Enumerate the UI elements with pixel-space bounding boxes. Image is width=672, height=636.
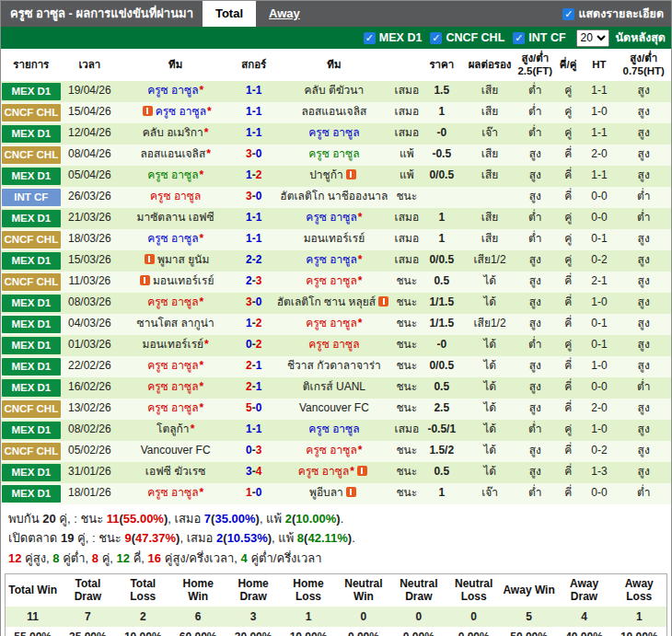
summary-line-1: พบกัน 20 คู่, : ชนะ 11(55.00%), เสมอ 7(3… — [8, 509, 664, 528]
match-row: MEX D1 12/04/26 คลับ อเมริกา* 1-1 ครูซ อ… — [1, 123, 671, 145]
match-date: 15/03/26 — [62, 250, 119, 272]
odd-even: คู่ — [554, 420, 583, 441]
home-star-icon: * — [358, 317, 363, 330]
league-filter-mex-d1[interactable]: ✓MEX D1 — [364, 31, 423, 44]
ht-score: 2-1 — [583, 272, 617, 293]
handicap-result — [463, 187, 516, 208]
handicap-price: 0.5 — [420, 462, 463, 483]
over-under-ft: ต่ำ — [516, 102, 554, 123]
match-result: ชนะ — [394, 399, 421, 420]
team-name: ครูซ อาซูล — [147, 401, 198, 414]
away-team: ครูซ อาซูล — [274, 145, 393, 166]
match-date: 05/02/26 — [62, 441, 119, 462]
ht-score: 0-0 — [583, 483, 617, 504]
checkbox-checked-icon[interactable]: ✓ — [513, 32, 525, 44]
over-under-ft: สูง — [516, 293, 554, 314]
match-date: 01/03/26 — [62, 335, 119, 356]
match-result: แพ้ — [394, 166, 421, 187]
checkbox-checked-icon[interactable]: ✓ — [562, 8, 574, 20]
handicap-result: เจ๊า — [463, 483, 516, 504]
match-row: CNCF CHL 11/03/26 มอนเทอร์เรย์ 2-3 ครูซ … — [1, 272, 671, 293]
stats-count: 3 — [226, 607, 281, 627]
ft-score: 1-1 — [233, 208, 274, 229]
ht-score: 1-1 — [583, 123, 617, 145]
home-team: โตลูก้า* — [118, 420, 233, 441]
odd-even: คี่ — [554, 483, 583, 504]
ft-score: 1-1 — [233, 229, 274, 250]
match-date: 08/02/26 — [62, 420, 119, 441]
stats-col-home-draw: Home Draw — [226, 574, 281, 607]
ft-score: 3-0 — [233, 293, 274, 314]
stats-count: 0 — [446, 607, 502, 627]
match-row: MEX D1 08/03/26 ครูซ อาซูล* 3-0 ฮัตเลติโ… — [1, 293, 671, 314]
away-team: ติเกรส์ UANL — [274, 377, 393, 399]
tab-total[interactable]: Total — [203, 1, 256, 27]
team-name: ลอสแอนเจลิส — [301, 105, 366, 118]
col-header-price: ราคา — [420, 49, 463, 81]
over-under-ft: สูง — [516, 166, 554, 187]
over-under-ft: สูง — [516, 145, 554, 166]
home-star-icon: * — [207, 105, 212, 118]
league-badge: CNCF CHL — [2, 104, 61, 121]
handicap-result: เสีย — [463, 145, 516, 166]
away-team: ชีวาส กัวดาลาจาร่า — [274, 356, 393, 377]
col-header-league: รายการ — [1, 49, 62, 81]
league-filter-cncf-chl[interactable]: ✓CNCF CHL — [430, 31, 504, 44]
match-date: 22/02/26 — [62, 356, 119, 377]
over-under-ft: สูง — [516, 377, 554, 399]
stats-percent: 0.00% — [446, 627, 502, 636]
league-badge: MEX D1 — [2, 210, 61, 227]
handicap-price: -0.5/1 — [420, 420, 463, 441]
ht-score: 0-0 — [583, 377, 617, 399]
home-star-icon: * — [358, 211, 363, 224]
league-filter-int-cf[interactable]: ✓INT CF — [513, 31, 565, 44]
handicap-price: 1 — [420, 483, 463, 504]
match-row: CNCF CHL 15/04/26 ครูซ อาซูล* 1-1 ลอสแอน… — [1, 102, 671, 123]
ht-score: 0-2 — [583, 250, 617, 272]
ht-score: 2-0 — [583, 145, 617, 166]
ft-score: 3-0 — [233, 145, 274, 166]
handicap-price: 1 — [420, 229, 463, 250]
handicap-result: ได้ — [463, 399, 516, 420]
match-date: 19/04/26 — [62, 81, 119, 102]
over-under-ht: สูง — [616, 399, 671, 420]
match-date: 12/04/26 — [62, 123, 119, 145]
matches-table: รายการ เวลา ทีม สกอร์ ทีม ราคา ผลต่อรอง … — [1, 49, 671, 504]
odd-even: คี่ — [554, 399, 583, 420]
ht-score: 1-3 — [583, 462, 617, 483]
league-badge: MEX D1 — [2, 358, 61, 376]
home-team: ครูซ อาซูล — [118, 187, 233, 208]
match-row: CNCF CHL 18/03/26 ครูซ อาซูล* 1-1 มอนเทอ… — [1, 229, 671, 250]
stats-header-row: Total WinTotal DrawTotal LossHome WinHom… — [6, 574, 667, 607]
ht-score: 0-0 — [583, 187, 617, 208]
match-row: MEX D1 21/03/26 มาซัตลาน เอฟซี 1-1 ครูซ … — [1, 208, 671, 229]
league-badge: MEX D1 — [2, 464, 61, 481]
checkbox-checked-icon[interactable]: ✓ — [364, 32, 376, 44]
match-result: ชนะ — [394, 293, 421, 314]
stats-percent: 30.00% — [226, 627, 281, 636]
home-star-icon: * — [358, 274, 363, 287]
away-team: ครูซ อาซูล* — [274, 314, 393, 335]
checkbox-checked-icon[interactable]: ✓ — [430, 32, 442, 44]
stats-percent: 10.00% — [115, 627, 170, 636]
alert-icon — [357, 466, 367, 476]
tab-away[interactable]: Away — [256, 1, 313, 27]
match-date: 13/02/26 — [62, 399, 119, 420]
ft-score: 1-1 — [233, 102, 274, 123]
team-name: ลอสแอนเจลิส — [140, 147, 205, 160]
show-details-toggle[interactable]: ✓ แสดงรายละเอียด — [562, 1, 671, 27]
match-date: 15/04/26 — [62, 102, 119, 123]
odd-even: คี่ — [554, 145, 583, 166]
home-star-icon: * — [358, 253, 363, 266]
ft-score: 3-0 — [233, 187, 274, 208]
match-row: MEX D1 18/01/26 ครูซ อาซูล* 1-0 พูอีบลา … — [1, 483, 671, 504]
ht-score: 0-1 — [583, 229, 617, 250]
odd-even: คี่ — [554, 293, 583, 314]
over-under-ht: สูง — [616, 102, 671, 123]
league-filter-label: CNCF CHL — [446, 31, 504, 44]
stats-count: 1 — [281, 607, 336, 627]
handicap-result: เสีย — [463, 102, 516, 123]
stats-count: 2 — [115, 607, 170, 627]
match-count-select[interactable]: 20 — [576, 29, 609, 47]
league-badge: MEX D1 — [2, 83, 61, 100]
